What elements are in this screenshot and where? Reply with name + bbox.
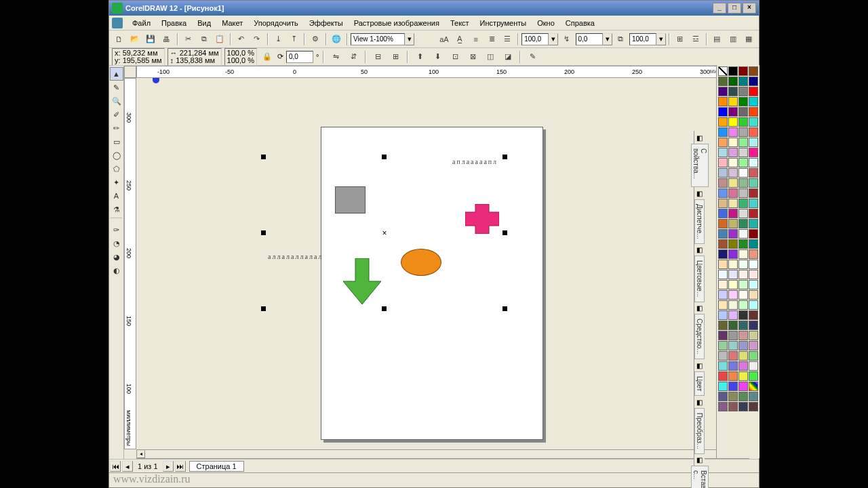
selection-handle[interactable] [261,306,266,311]
color-swatch[interactable] [738,148,748,157]
docker-tab[interactable]: Вставка с... [691,466,709,488]
text-big-icon[interactable]: A̲ [453,32,467,47]
color-swatch[interactable] [728,209,738,218]
color-swatch[interactable] [728,270,738,279]
prev-page-icon[interactable]: ◂ [122,461,133,472]
color-swatch[interactable] [718,260,728,269]
selection-handle[interactable] [261,155,266,159]
more2-icon[interactable]: ▦ [741,32,755,47]
docker-icon[interactable]: ◧ [695,304,705,313]
color-swatch[interactable] [728,199,738,208]
link-icon[interactable]: ⧉ [614,32,628,47]
polygon-tool-icon[interactable]: ⬠ [110,162,123,176]
color-swatch[interactable] [749,229,758,239]
color-swatch[interactable] [718,270,728,279]
selection-handle[interactable] [261,230,266,235]
smart-tool-icon[interactable]: ✏ [110,121,123,135]
shape-tool-icon[interactable]: ✎ [110,81,123,94]
color-swatch[interactable] [728,310,738,320]
rectangle-tool-icon[interactable]: ▭ [110,135,123,148]
scroll-left-icon[interactable]: ◂ [137,450,145,458]
color-swatch[interactable] [718,97,728,106]
color-swatch[interactable] [718,188,728,198]
color-swatch[interactable] [718,117,728,127]
color-swatch[interactable] [749,168,758,178]
color-swatch[interactable] [738,392,748,401]
color-swatch[interactable] [728,66,738,76]
color-swatch[interactable] [718,168,728,178]
align-left-icon[interactable]: ≡ [469,32,483,47]
chevron-down-icon[interactable]: ▾ [656,33,666,45]
color-swatch[interactable] [749,66,758,76]
chevron-down-icon[interactable]: ▾ [549,33,558,45]
color-swatch[interactable] [738,97,748,106]
color-swatch[interactable] [749,280,758,289]
color-swatch[interactable] [749,392,758,401]
color-swatch[interactable] [718,229,728,239]
color-swatch[interactable] [749,270,758,279]
ruler-horizontal[interactable]: миллиметры -100-50050100150200250300 [136,66,749,78]
color-swatch[interactable] [728,107,738,117]
color-swatch[interactable] [749,107,758,117]
text-small-icon[interactable]: aA [437,32,451,47]
color-swatch[interactable] [718,310,728,320]
chevron-down-icon[interactable]: ▾ [603,33,612,45]
selection-handle[interactable] [502,230,507,235]
color-swatch[interactable] [749,249,758,259]
tofront-icon[interactable]: ⬆ [412,49,427,64]
envelope-text[interactable]: аплааааапл [452,158,498,165]
align-right-icon[interactable]: ☰ [500,32,515,47]
color-swatch[interactable] [728,168,738,178]
maximize-button[interactable]: □ [728,3,741,14]
color-swatch[interactable] [749,138,758,147]
color-swatch[interactable] [718,371,728,381]
color-swatch[interactable] [738,77,748,86]
last-page-icon[interactable]: ⏭ [175,461,186,472]
color-swatch[interactable] [738,209,748,218]
color-swatch[interactable] [749,290,758,300]
color-swatch[interactable] [749,341,758,350]
color-swatch[interactable] [718,178,728,188]
chevron-down-icon[interactable]: ▾ [405,33,414,45]
color-swatch[interactable] [749,199,758,208]
color-swatch[interactable] [738,229,748,239]
shape-arrow-down[interactable] [343,258,381,304]
color-swatch[interactable] [749,351,758,361]
color-swatch[interactable] [749,331,758,340]
menu-растровые изображения[interactable]: Растровые изображения [349,18,445,28]
mirror-v-icon[interactable]: ⇵ [346,49,361,64]
color-swatch[interactable] [728,239,738,249]
color-swatch[interactable] [749,310,758,320]
snap-icon[interactable]: ⊞ [673,32,687,47]
selection-handle[interactable] [502,155,507,159]
minimize-button[interactable]: _ [713,3,726,14]
color-swatch[interactable] [728,260,738,269]
color-swatch[interactable] [749,209,758,218]
color-swatch[interactable] [718,239,728,249]
color-swatch[interactable] [738,158,748,167]
ruler-origin[interactable] [124,66,136,78]
color-swatch[interactable] [738,117,748,127]
fill-tool-icon[interactable]: ◕ [110,250,123,264]
spin1[interactable]: ▾ [521,33,558,45]
color-swatch[interactable] [738,188,748,198]
color-swatch[interactable] [738,300,748,310]
shapes-tool-icon[interactable]: ✦ [110,176,123,189]
selection-handle[interactable] [502,306,507,311]
menu-файл[interactable]: Файл [127,18,156,28]
ungroup-icon[interactable]: ⊠ [465,49,480,64]
selection-handle[interactable] [382,306,387,311]
color-swatch[interactable] [728,77,738,86]
interactive-fill-icon[interactable]: ◐ [110,264,123,277]
export-icon[interactable]: ⤒ [287,32,301,47]
shape-cross[interactable] [465,204,499,234]
color-swatch[interactable] [718,382,728,391]
color-swatch[interactable] [749,178,758,188]
color-swatch[interactable] [728,219,738,228]
combine-icon[interactable]: ◫ [483,49,498,64]
more1-icon[interactable]: ▥ [726,32,740,47]
first-page-icon[interactable]: ⏮ [110,461,121,472]
color-swatch[interactable] [718,148,728,157]
color-swatch[interactable] [718,87,728,96]
color-swatch[interactable] [718,77,728,86]
